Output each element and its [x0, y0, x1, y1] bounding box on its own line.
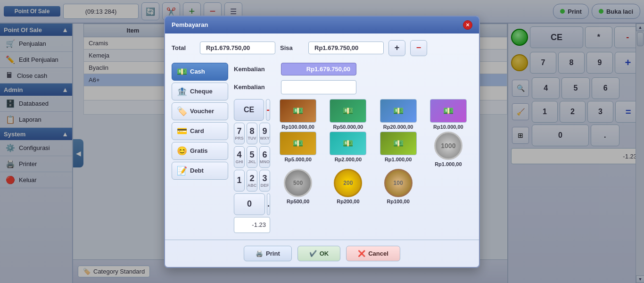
modal-body: Total Rp1.679.750,00 Sisa Rp1.679.750,00… — [165, 33, 479, 240]
numpad-minus-button[interactable]: - — [266, 99, 270, 121]
print-footer-icon: 🖨️ — [256, 250, 263, 257]
cash-200[interactable]: 200 Rp200,00 — [324, 169, 372, 204]
method-gratis[interactable]: 😊 Gratis — [172, 142, 228, 160]
sisa-value: Rp1.679.750,00 — [308, 42, 384, 54]
modal-footer: 🖨️ Print ✔️ OK ❌ Cancel — [165, 240, 479, 267]
kembalian-row-1: Kembalian Rp1.679.750,00 — [234, 63, 472, 75]
numpad-display: -1.23 — [234, 217, 270, 233]
cash-5000[interactable]: 💵 Rp5.000,00 — [274, 132, 322, 167]
numpad-dot[interactable]: . — [267, 193, 270, 215]
method-cheque[interactable]: 🏦 Cheque — [172, 83, 228, 100]
kembalian-label-2: Kembalian — [234, 83, 276, 91]
cash-100000[interactable]: 💵 Rp100.000,00 — [274, 99, 322, 130]
numpad-9[interactable]: 9WXY — [259, 123, 270, 144]
cash-10000[interactable]: 💵 Rp10.000,00 — [424, 99, 472, 130]
method-card[interactable]: 💳 Card — [172, 122, 228, 140]
total-label: Total — [172, 44, 195, 51]
footer-print-button[interactable]: 🖨️ Print — [244, 246, 292, 261]
method-voucher[interactable]: 🏷️ Voucher — [172, 102, 228, 120]
payment-methods: 💵 Cash 🏦 Cheque 🏷️ Voucher 💳 Card — [172, 63, 228, 233]
kembalian-row-2: Kembalian — [234, 80, 472, 94]
debt-method-icon: 📝 — [177, 166, 187, 176]
numpad-8[interactable]: 8TUV — [247, 123, 257, 144]
ok-check-icon: ✔️ — [309, 250, 317, 257]
numpad-7[interactable]: 7PRS — [234, 123, 245, 144]
modal-overlay: Pembayaran × Total Rp1.679.750,00 Sisa R… — [0, 0, 644, 283]
cash-method-icon: 💵 — [177, 67, 187, 77]
modal-close-button[interactable]: × — [463, 20, 472, 30]
numpad-1[interactable]: 1 — [234, 170, 245, 191]
numpad-4[interactable]: 4GHI — [234, 146, 245, 168]
numpad-area: CE - 7PRS 8TUV 9WXY 4GHI 5JKL 6MNO 1 — [234, 99, 472, 233]
kembalian-value-2[interactable] — [281, 80, 356, 94]
payment-modal: Pembayaran × Total Rp1.679.750,00 Sisa R… — [164, 16, 480, 268]
method-debt[interactable]: 📝 Debt — [172, 162, 228, 180]
total-value: Rp1.679.750,00 — [200, 42, 275, 54]
cash-2000[interactable]: 💵 Rp2.000,00 — [324, 132, 372, 167]
cash-1000-note[interactable]: 💵 Rp1.000,00 — [374, 132, 422, 167]
footer-ok-button[interactable]: ✔️ OK — [297, 246, 341, 261]
cancel-x-icon: ❌ — [358, 250, 365, 257]
kembalian-label-1: Kembalian — [234, 66, 276, 73]
kembalian-value-1[interactable]: Rp1.679.750,00 — [281, 63, 356, 75]
modal-header: Pembayaran × — [165, 17, 479, 33]
method-cash[interactable]: 💵 Cash — [172, 63, 228, 81]
cash-500[interactable]: 500 Rp500,00 — [274, 169, 322, 204]
total-plus-button[interactable]: + — [388, 40, 405, 56]
cheque-method-icon: 🏦 — [177, 86, 187, 97]
numpad-6[interactable]: 6MNO — [259, 146, 270, 168]
footer-cancel-button[interactable]: ❌ Cancel — [346, 246, 400, 261]
total-minus-button[interactable]: − — [410, 40, 427, 56]
numpad-3[interactable]: 3DEF — [259, 170, 270, 191]
numpad-ce-button[interactable]: CE — [234, 99, 264, 121]
payment-right: Kembalian Rp1.679.750,00 Kembalian CE — [234, 63, 472, 233]
cash-100[interactable]: 100 Rp100,00 — [374, 169, 422, 204]
total-row: Total Rp1.679.750,00 Sisa Rp1.679.750,00… — [172, 40, 472, 56]
numpad-0[interactable]: 0 — [234, 193, 265, 215]
voucher-method-icon: 🏷️ — [177, 106, 187, 117]
cash-50000[interactable]: 💵 Rp50.000,00 — [324, 99, 372, 130]
cash-20000[interactable]: 💵 Rp20.000,00 — [374, 99, 422, 130]
numpad-2[interactable]: 2ABC — [247, 170, 257, 191]
sisa-label: Sisa — [280, 44, 304, 51]
payment-layout: 💵 Cash 🏦 Cheque 🏷️ Voucher 💳 Card — [172, 63, 472, 233]
gratis-method-icon: 😊 — [177, 146, 187, 156]
card-method-icon: 💳 — [177, 126, 187, 136]
modal-title: Pembayaran — [172, 21, 208, 28]
numpad-5[interactable]: 5JKL — [247, 146, 257, 168]
cash-1000-coin[interactable]: 1000 Rp1.000,00 — [424, 132, 472, 167]
